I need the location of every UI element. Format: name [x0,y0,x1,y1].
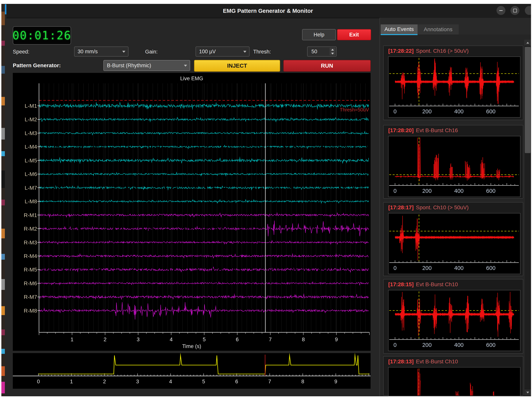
scroll-down-button[interactable] [524,389,531,395]
event-timestamp: [17:28:17] [388,204,414,210]
event-minichart-canvas [388,290,520,350]
help-button[interactable]: Help [302,29,336,40]
page-margin-left [0,0,1,399]
inject-button[interactable]: INJECT [194,60,280,72]
gain-value: 100 µV [199,49,216,55]
maximize-button[interactable] [510,6,519,15]
tab-annotations[interactable]: Annotations [418,25,459,35]
window-title: EMG Pattern Generator & Monitor [5,8,531,14]
event-minichart [388,136,520,197]
event-card-3[interactable]: [17:28:17]Spont. Ch10 (> 50uV) [383,202,523,276]
event-minichart-canvas [388,57,520,117]
event-label: Spont. Ch10 (> 50uV) [416,204,469,210]
live-emg-canvas [13,73,371,351]
desktop-sliver-block [1,366,5,376]
event-label: Spont. Ch16 (> 50uV) [416,48,469,54]
desktop-sliver-block [1,382,5,393]
event-header: [17:28:20]Evt B-Burst Ch16 [388,127,458,134]
event-header: [17:28:13]Evt B-Burst Ch10 [388,358,458,365]
event-timestamp: [17:28:13] [388,358,414,364]
threshold-spinbox[interactable]: 50 [307,47,337,57]
dropdown-arrow-icon [184,65,187,67]
event-timestamp: [17:28:15] [388,281,414,287]
scroll-thumb[interactable] [525,47,531,153]
gain-dropdown[interactable]: 100 µV [196,47,249,57]
event-minichart [388,213,520,274]
desktop-sliver-block [1,171,5,188]
spin-down-icon[interactable] [331,53,334,55]
event-timestamp: [17:28:22] [388,48,414,54]
screen: EMG Pattern Generator & Monitor 00:01:26… [0,0,532,399]
event-label: Evt B-Burst Ch10 [416,281,458,287]
gain-label: Gain: [145,49,158,55]
scroll-up-button[interactable] [524,40,531,46]
desktop-sliver-block [1,66,5,74]
pattern-generator-value: B-Burst (Rhythmic) [107,63,151,69]
live-emg-title: Live EMG [13,76,371,82]
event-card-1[interactable]: [17:28:22]Spont. Ch16 (> 50uV) [383,46,523,120]
event-header: [17:28:22]Spont. Ch16 (> 50uV) [388,48,469,54]
desktop-sliver-block [1,97,5,105]
dropdown-arrow-icon [122,51,125,53]
event-header: [17:28:17]Spont. Ch10 (> 50uV) [388,204,469,211]
event-card-4[interactable]: [17:28:15]Evt B-Burst Ch10 [383,279,523,354]
event-label: Evt B-Burst Ch16 [416,127,458,133]
spinner-arrows[interactable] [330,48,336,55]
scroll-up-icon [526,42,529,44]
time-axis-label: Time (s) [13,343,371,349]
event-header: [17:28:15]Evt B-Burst Ch10 [388,281,458,288]
threshold-value: 50 [311,49,317,55]
page-margin-bottom [0,396,532,399]
page-margin-right [531,0,532,399]
desktop-background-sliver [1,4,5,396]
desktop-sliver-block [1,279,5,290]
event-minichart [388,57,520,117]
speed-value: 30 mm/s [78,49,98,55]
exit-button[interactable]: Exit [337,29,371,40]
desktop-sliver-block [1,349,5,354]
minimize-button[interactable] [496,6,505,15]
pattern-generator-dropdown[interactable]: B-Burst (Rhythmic) [103,60,190,71]
event-card-5[interactable]: [17:28:13]Evt B-Burst Ch10 [383,356,523,396]
desktop-sliver-block [1,229,5,238]
event-minichart-canvas [388,368,520,395]
page-margin-top [0,0,532,4]
event-label: Evt B-Burst Ch10 [416,358,458,364]
desktop-sliver-block [1,12,5,25]
threshold-annotation: Thresh=50uV [318,107,369,113]
desktop-sliver-block [1,329,5,335]
event-minichart-canvas [388,136,520,196]
session-clock: 00:01:26 [13,26,71,45]
desktop-sliver-block [1,41,5,46]
thresh-label: Thresh: [253,49,271,55]
maximize-icon [513,9,517,12]
event-minichart [388,367,520,396]
dropdown-arrow-icon [243,51,247,53]
event-minichart-canvas [388,213,520,273]
speed-label: Speed: [13,49,30,55]
desktop-sliver-block [1,254,5,260]
run-button[interactable]: RUN [283,60,371,72]
event-minichart [388,290,520,351]
tab-auto-events[interactable]: Auto Events [381,25,418,35]
spin-up-icon[interactable] [331,49,334,51]
desktop-sliver-block [1,306,5,315]
scroll-down-icon [526,392,529,393]
speed-dropdown[interactable]: 30 mm/s [74,47,128,57]
pattern-generator-label: Pattern Generator: [13,62,61,69]
desktop-sliver-block [1,128,5,140]
event-card-2[interactable]: [17:28:20]Evt B-Burst Ch16 [383,125,523,199]
pattern-timeline-canvas [13,353,371,389]
minimize-icon [499,10,503,11]
event-timestamp: [17:28:20] [388,127,414,133]
desktop-sliver-block [1,200,5,205]
desktop-sliver-block [1,151,5,156]
